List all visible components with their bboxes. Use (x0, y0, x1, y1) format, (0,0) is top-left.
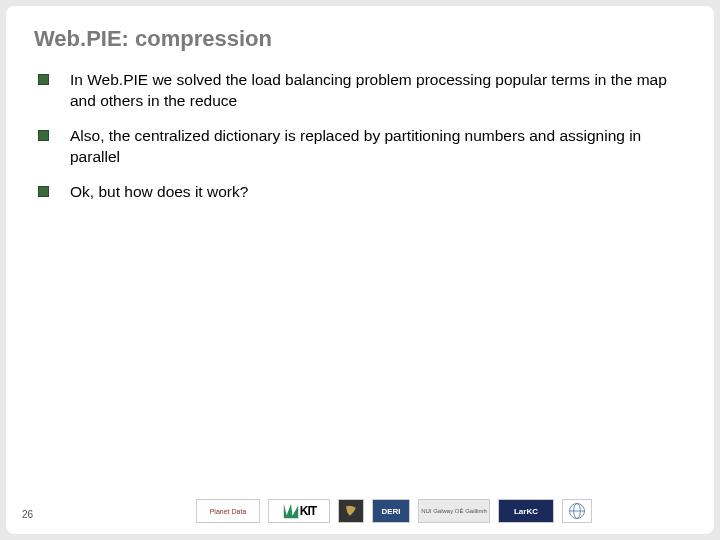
bullet-text: Ok, but how does it work? (70, 183, 248, 200)
list-item: In Web.PIE we solved the load balancing … (38, 70, 686, 112)
list-item: Ok, but how does it work? (38, 182, 686, 203)
bullet-icon (38, 74, 49, 85)
list-item: Also, the centralized dictionary is repl… (38, 126, 686, 168)
page-number: 26 (22, 509, 33, 520)
planetdata-logo: Planet Data (196, 499, 260, 523)
bullet-list: In Web.PIE we solved the load balancing … (34, 70, 686, 203)
bullet-text: Also, the centralized dictionary is repl… (70, 127, 641, 165)
deri-logo: DERI (372, 499, 410, 523)
nuig-text: NUI Galway OÉ Gaillimh (421, 508, 487, 514)
bullet-icon (38, 186, 49, 197)
globe-icon (567, 500, 587, 522)
kit-fan-icon (282, 502, 300, 520)
slide-title: Web.PIE: compression (34, 26, 686, 52)
larkc-logo: LarKC (498, 499, 554, 523)
nuig-logo: NUI Galway OÉ Gaillimh (418, 499, 490, 523)
kit-logo: KIT (268, 499, 330, 523)
bullet-text: In Web.PIE we solved the load balancing … (70, 71, 667, 109)
slide: Web.PIE: compression In Web.PIE we solve… (6, 6, 714, 534)
okkam-logo (562, 499, 592, 523)
vu-logo (338, 499, 364, 523)
kit-text: KIT (300, 504, 316, 518)
bullet-icon (38, 130, 49, 141)
footer-logos: Planet Data KIT DERI NUI Galway OÉ Gaill… (196, 496, 694, 526)
griffin-icon (343, 502, 359, 520)
